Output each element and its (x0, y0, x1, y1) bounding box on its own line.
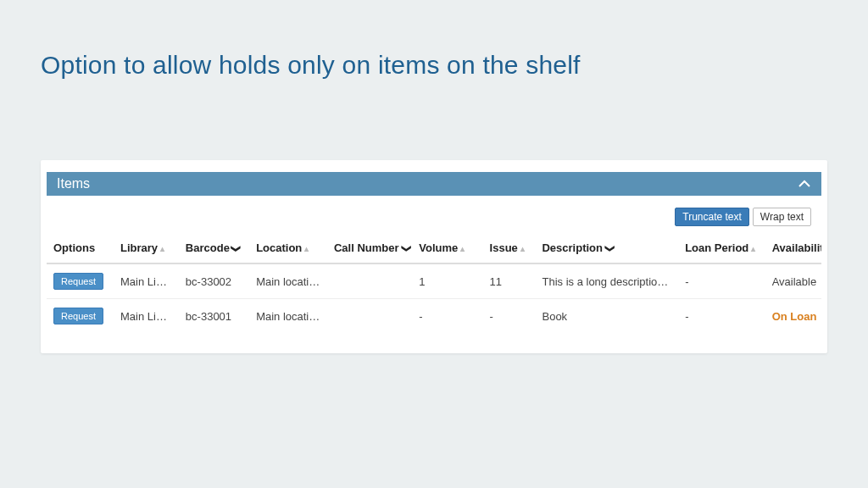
cell-options: Request (47, 299, 114, 334)
cell-availability: On Loan (765, 299, 821, 334)
sort-up-icon: ❮ (400, 245, 411, 252)
table-header-row: Options Library▴ Barcode❯ Location▴ Call… (47, 235, 821, 263)
cell-barcode: bc-33002 (179, 263, 249, 299)
items-panel: Items Truncate text Wrap text Options (41, 160, 827, 353)
cell-description: Book (535, 299, 678, 334)
items-table-wrap: Options Library▴ Barcode❯ Location▴ Call… (47, 235, 821, 333)
truncate-text-button[interactable]: Truncate text (675, 208, 749, 226)
sort-up-icon: ▴ (304, 244, 309, 253)
sort-up-icon: ▴ (460, 244, 465, 253)
sort-up-icon: ❮ (604, 245, 615, 252)
sort-up-icon: ▴ (520, 244, 525, 253)
col-header-volume[interactable]: Volume▴ (412, 235, 482, 263)
text-mode-toolbar: Truncate text Wrap text (47, 196, 821, 235)
cell-library: Main Library (114, 263, 179, 299)
panel-header: Items (47, 172, 821, 196)
col-header-loan-period[interactable]: Loan Period▴ (678, 235, 765, 263)
cell-loan-period: - (678, 263, 765, 299)
col-header-barcode[interactable]: Barcode❯ (179, 235, 249, 263)
cell-barcode: bc-33001 (179, 299, 249, 334)
cell-availability: Available (765, 263, 821, 299)
panel-header-title: Items (57, 176, 90, 191)
wrap-text-button[interactable]: Wrap text (753, 208, 811, 226)
collapse-icon[interactable] (798, 177, 811, 191)
table-row: RequestMain Librarybc-33001Main location… (47, 299, 821, 334)
cell-options: Request (47, 263, 114, 299)
cell-location: Main location (249, 299, 327, 334)
cell-loan-period: - (678, 299, 765, 334)
page-title: Option to allow holds only on items on t… (41, 51, 827, 80)
cell-issue: - (483, 299, 536, 334)
items-table: Options Library▴ Barcode❯ Location▴ Call… (47, 235, 821, 333)
request-button[interactable]: Request (53, 273, 103, 290)
sort-up-icon: ▴ (160, 244, 164, 253)
col-header-call-number[interactable]: Call Number❮ (327, 235, 412, 263)
request-button[interactable]: Request (53, 308, 103, 324)
col-header-options: Options (47, 235, 114, 263)
cell-issue: 11 (483, 263, 536, 299)
cell-location: Main location (249, 263, 327, 299)
col-header-location[interactable]: Location▴ (249, 235, 327, 263)
cell-volume: 1 (412, 263, 482, 299)
sort-up-icon: ▴ (751, 244, 755, 253)
col-header-library[interactable]: Library▴ (114, 235, 179, 263)
cell-description: This is a long description … (535, 263, 678, 299)
col-header-issue[interactable]: Issue▴ (483, 235, 536, 263)
col-header-description[interactable]: Description❮ (535, 235, 678, 263)
col-header-availability[interactable]: Availability▴ (765, 235, 821, 263)
cell-call-number (327, 263, 412, 299)
table-row: RequestMain Librarybc-33002Main location… (47, 263, 821, 299)
cell-library: Main Library (114, 299, 179, 334)
sort-down-icon: ❯ (231, 245, 242, 252)
cell-volume: - (412, 299, 482, 334)
cell-call-number (327, 299, 412, 334)
